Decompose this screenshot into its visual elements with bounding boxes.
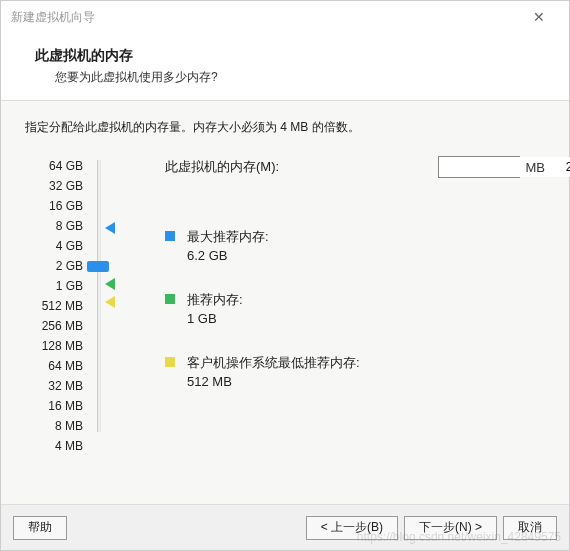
marker-max-icon <box>105 222 115 234</box>
slider-label: 32 GB <box>25 176 83 196</box>
slider-label: 16 GB <box>25 196 83 216</box>
slider-labels: 64 GB 32 GB 16 GB 8 GB 4 GB 2 GB 1 GB 51… <box>25 156 83 494</box>
memory-input[interactable] <box>439 157 571 177</box>
help-button[interactable]: 帮助 <box>13 516 67 540</box>
marker-min-icon <box>105 296 115 308</box>
recommendation-rec: 推荐内存: 1 GB <box>165 291 545 346</box>
wizard-window: 新建虚拟机向导 ✕ 此虚拟机的内存 您要为此虚拟机使用多少内存? 指定分配给此虚… <box>0 0 570 551</box>
content-area: 指定分配给此虚拟机的内存量。内存大小必须为 4 MB 的倍数。 64 GB 32… <box>1 101 569 504</box>
cancel-button[interactable]: 取消 <box>503 516 557 540</box>
memory-input-row: 此虚拟机的内存(M): ▲ ▼ MB <box>165 156 545 178</box>
slider-thumb[interactable] <box>87 261 109 272</box>
memory-spinner[interactable]: ▲ ▼ <box>438 156 520 178</box>
rec-value: 1 GB <box>187 311 243 326</box>
slider-label: 1 GB <box>25 276 83 296</box>
slider-column: 64 GB 32 GB 16 GB 8 GB 4 GB 2 GB 1 GB 51… <box>25 156 135 494</box>
slider-label: 64 MB <box>25 356 83 376</box>
titlebar: 新建虚拟机向导 ✕ <box>1 1 569 33</box>
slider-label: 4 GB <box>25 236 83 256</box>
square-green-icon <box>165 294 175 304</box>
slider-label: 8 GB <box>25 216 83 236</box>
slider-label: 64 GB <box>25 156 83 176</box>
square-blue-icon <box>165 231 175 241</box>
window-title: 新建虚拟机向导 <box>11 9 519 26</box>
rec-min-label: 客户机操作系统最低推荐内存: <box>187 354 360 372</box>
slider-label: 4 MB <box>25 436 83 456</box>
slider-label: 128 MB <box>25 336 83 356</box>
rec-max-label: 最大推荐内存: <box>187 228 269 246</box>
footer: 帮助 < 上一步(B) 下一步(N) > 取消 <box>1 504 569 550</box>
slider-label: 16 MB <box>25 396 83 416</box>
rec-max-value: 6.2 GB <box>187 248 269 263</box>
memory-unit: MB <box>526 160 546 175</box>
instruction-text: 指定分配给此虚拟机的内存量。内存大小必须为 4 MB 的倍数。 <box>25 119 545 136</box>
memory-label: 此虚拟机的内存(M): <box>165 158 438 176</box>
back-button[interactable]: < 上一步(B) <box>306 516 398 540</box>
square-yellow-icon <box>165 357 175 367</box>
slider-label: 32 MB <box>25 376 83 396</box>
slider-label: 256 MB <box>25 316 83 336</box>
marker-recommended-icon <box>105 278 115 290</box>
recommendation-max: 最大推荐内存: 6.2 GB <box>165 228 545 283</box>
info-column: 此虚拟机的内存(M): ▲ ▼ MB <box>135 156 545 494</box>
slider-track-column <box>83 156 123 494</box>
next-button[interactable]: 下一步(N) > <box>404 516 497 540</box>
memory-spinner-wrap: ▲ ▼ MB <box>438 156 546 178</box>
header: 此虚拟机的内存 您要为此虚拟机使用多少内存? <box>1 33 569 101</box>
page-title: 此虚拟机的内存 <box>35 47 547 65</box>
rec-min-value: 512 MB <box>187 374 360 389</box>
slider-label: 512 MB <box>25 296 83 316</box>
close-icon[interactable]: ✕ <box>519 9 559 25</box>
main-row: 64 GB 32 GB 16 GB 8 GB 4 GB 2 GB 1 GB 51… <box>25 156 545 494</box>
rec-label: 推荐内存: <box>187 291 243 309</box>
page-subtitle: 您要为此虚拟机使用多少内存? <box>35 69 547 86</box>
slider-label: 8 MB <box>25 416 83 436</box>
recommendation-min: 客户机操作系统最低推荐内存: 512 MB <box>165 354 545 409</box>
memory-slider[interactable] <box>97 160 101 432</box>
slider-label: 2 GB <box>25 256 83 276</box>
